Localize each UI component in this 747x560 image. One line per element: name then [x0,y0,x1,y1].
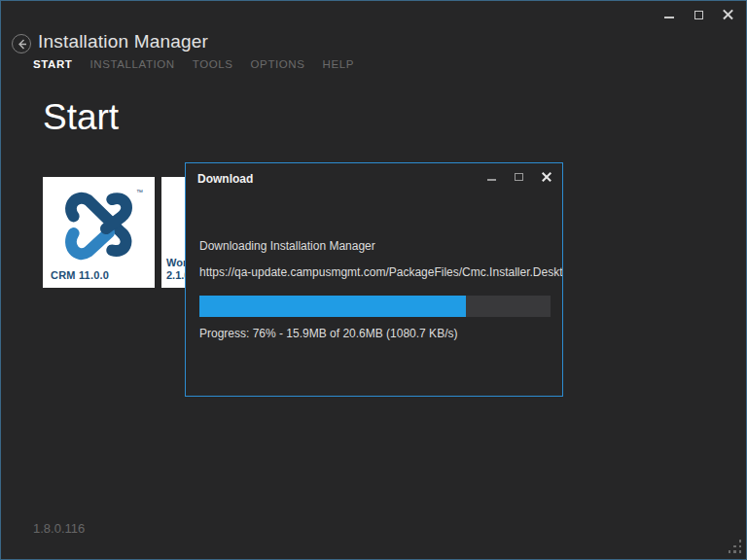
back-arrow-icon [17,39,27,50]
dialog-window-controls [484,170,553,184]
page-title: Start [43,97,119,138]
window-controls [660,7,736,22]
installation-manager-window: Installation Manager START INSTALLATION … [0,0,747,560]
close-button[interactable] [719,7,736,22]
dialog-title: Download [197,172,253,186]
resize-grip[interactable] [726,540,741,555]
download-dialog: Download Downloading Installation Manage… [185,162,563,397]
menu-item-options[interactable]: OPTIONS [251,58,305,70]
main-menu: START INSTALLATION TOOLS OPTIONS HELP [33,58,354,70]
dialog-maximize-button[interactable] [512,170,526,184]
menu-item-tools[interactable]: TOOLS [193,58,233,70]
menu-item-start[interactable]: START [33,58,72,70]
menu-item-installation[interactable]: INSTALLATION [89,58,174,70]
dialog-minimize-icon [487,179,496,181]
download-status-text: Downloading Installation Manager [199,239,375,253]
dialog-close-icon [542,172,551,182]
tile-crm-label: CRM 11.0.0 [51,269,109,281]
maximize-button[interactable] [690,7,707,22]
progress-detail-text: Progress: 76% - 15.9MB of 20.6MB (1080.7… [199,327,457,340]
progress-fill [199,296,466,317]
app-title: Installation Manager [38,31,208,52]
back-button[interactable] [12,34,31,53]
dialog-maximize-icon [515,173,523,181]
dialog-minimize-button[interactable] [484,170,499,184]
dialog-close-button[interactable] [539,170,553,184]
download-url: https://qa-update.campusmgmt.com/Package… [199,265,562,279]
crm-logo-icon [59,189,137,262]
progress-bar [199,296,551,317]
close-icon [723,10,733,20]
minimize-button[interactable] [660,7,678,22]
maximize-icon [694,11,703,19]
minimize-icon [664,17,674,18]
trademark-symbol: ™ [136,189,143,195]
menu-item-help[interactable]: HELP [323,58,354,70]
app-version: 1.8.0.116 [33,521,85,536]
tile-crm[interactable]: ™ CRM 11.0.0 [43,177,155,288]
